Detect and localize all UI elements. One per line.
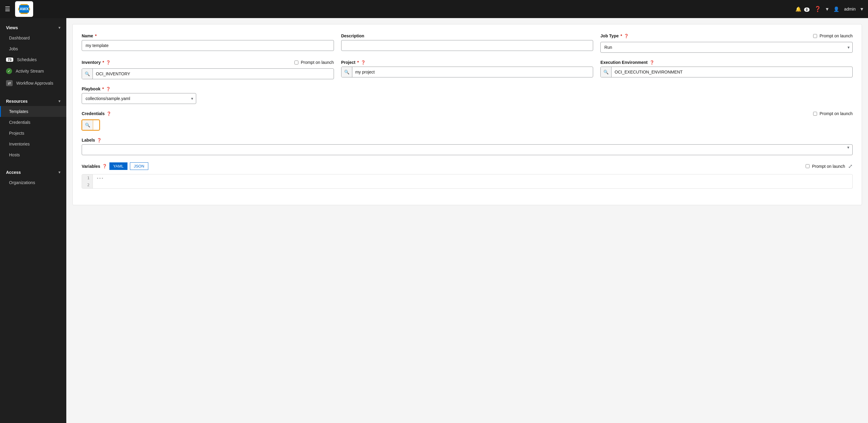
form-row-3: Playbook * ❓ collections/sample.yaml ▾	[82, 87, 852, 104]
credentials-search-wrapper: 🔍	[82, 120, 100, 130]
project-search-button[interactable]: 🔍	[341, 67, 352, 77]
playbook-help-icon[interactable]: ❓	[106, 87, 111, 91]
admin-username: admin	[844, 7, 856, 11]
playbook-required: *	[102, 87, 104, 91]
variables-left: Variables ❓ YAML JSON	[82, 162, 148, 170]
inventory-prompt-label: Prompt on launch	[301, 60, 334, 65]
sidebar-item-projects[interactable]: Projects	[0, 128, 66, 139]
bell-icon: 🔔	[795, 7, 801, 12]
sidebar-item-schedules[interactable]: 73 Schedules	[0, 54, 66, 65]
user-icon: 👤	[833, 6, 839, 12]
sidebar-resources-header[interactable]: Resources ▾	[0, 96, 66, 106]
notification-count: 0	[804, 7, 809, 12]
hamburger-menu[interactable]: ☰	[5, 5, 10, 13]
organizations-label: Organizations	[9, 180, 35, 185]
sidebar-resources-section: Resources ▾ Templates Credentials Projec…	[0, 92, 66, 163]
main-layout: Views ▾ Dashboard Jobs 73 Schedules ✓ Ac…	[0, 18, 868, 423]
project-required: *	[357, 60, 359, 65]
sidebar-resources-label: Resources	[6, 99, 28, 104]
help-dropdown-icon[interactable]: ▾	[826, 6, 829, 12]
playbook-select-wrapper: collections/sample.yaml ▾	[82, 93, 196, 104]
playbook-field: Playbook * ❓ collections/sample.yaml ▾	[82, 87, 196, 104]
sidebar-item-hosts[interactable]: Hosts	[0, 150, 66, 160]
sidebar-item-activity-stream[interactable]: ✓ Activity Stream	[0, 65, 66, 77]
notification-bell[interactable]: 🔔 0	[795, 6, 809, 12]
inventory-search-button[interactable]: 🔍	[82, 69, 93, 79]
activity-stream-badge: ✓	[6, 68, 12, 74]
playbook-select[interactable]: collections/sample.yaml	[82, 93, 196, 104]
sidebar-access-header[interactable]: Access ▾	[0, 167, 66, 177]
credentials-header: Credentials ❓ Prompt on launch	[82, 111, 852, 116]
exec-env-search-wrapper: 🔍 OCI_EXECUTION_ENVIRONMENT	[600, 67, 852, 77]
description-input[interactable]	[341, 40, 593, 51]
hosts-label: Hosts	[9, 153, 20, 157]
help-icon[interactable]: ❓	[814, 6, 821, 12]
code-line-2: 2	[82, 182, 852, 188]
variables-prompt: Prompt on launch	[806, 164, 845, 169]
sidebar: Views ▾ Dashboard Jobs 73 Schedules ✓ Ac…	[0, 18, 66, 423]
inventory-help-icon[interactable]: ❓	[106, 60, 111, 65]
expand-editor-button[interactable]: ⤢	[848, 163, 852, 170]
workflow-approvals-label: Workflow Approvals	[16, 81, 53, 86]
variables-field: Variables ❓ YAML JSON Prompt on launch	[82, 162, 852, 189]
inventory-search-wrapper: 🔍 OCI_INVENTORY	[82, 68, 334, 79]
credentials-help-icon[interactable]: ❓	[106, 111, 111, 116]
line-content-1: ---	[93, 174, 107, 182]
labels-label: Labels ❓	[82, 138, 852, 142]
credentials-prompt: Prompt on launch	[813, 111, 852, 116]
variables-prompt-checkbox[interactable]	[806, 164, 809, 168]
project-label: Project * ❓	[341, 60, 593, 65]
exec-env-search-button[interactable]: 🔍	[601, 67, 612, 77]
sidebar-item-dashboard[interactable]: Dashboard	[0, 33, 66, 43]
sidebar-access-section: Access ▾ Organizations	[0, 163, 66, 190]
credentials-label: Credentials	[9, 120, 30, 125]
variables-right: Prompt on launch ⤢	[806, 163, 852, 170]
inventory-header: Inventory * ❓ Prompt on launch	[82, 60, 334, 65]
sidebar-item-jobs[interactable]: Jobs	[0, 43, 66, 54]
sidebar-item-templates[interactable]: Templates	[0, 106, 66, 117]
name-input[interactable]	[82, 40, 334, 51]
labels-chevron-icon: ▾	[847, 145, 849, 150]
sidebar-item-inventories[interactable]: Inventories	[0, 139, 66, 150]
inventories-label: Inventories	[9, 141, 30, 147]
labels-input-wrapper[interactable]: ▾	[82, 144, 852, 155]
credentials-label: Credentials ❓	[82, 111, 111, 116]
inventory-required: *	[102, 60, 104, 65]
labels-help-icon[interactable]: ❓	[97, 138, 101, 142]
line-num-2: 2	[82, 182, 93, 188]
sidebar-item-organizations[interactable]: Organizations	[0, 177, 66, 188]
name-field: Name *	[82, 33, 334, 53]
name-label: Name *	[82, 33, 334, 38]
job-type-prompt-checkbox[interactable]	[813, 34, 817, 38]
variables-editor[interactable]: 1 --- 2	[82, 174, 852, 189]
sidebar-views-header[interactable]: Views ▾	[0, 23, 66, 33]
activity-stream-label: Activity Stream	[16, 69, 44, 73]
job-type-prompt: Prompt on launch	[813, 33, 852, 38]
yaml-tab-button[interactable]: YAML	[110, 162, 127, 170]
variables-help-icon[interactable]: ❓	[102, 164, 107, 168]
job-type-select[interactable]: Run Check Scan	[600, 42, 852, 53]
workflow-badge: ⇄	[6, 80, 13, 86]
form-row-5: Labels ❓ ▾	[82, 138, 852, 155]
projects-label: Projects	[9, 131, 24, 136]
dashboard-label: Dashboard	[9, 36, 30, 40]
inventory-prompt-checkbox[interactable]	[294, 61, 299, 64]
labels-field: Labels ❓ ▾	[82, 138, 852, 155]
credentials-search-button[interactable]: 🔍	[82, 120, 93, 130]
job-type-help-icon[interactable]: ❓	[624, 34, 629, 38]
credentials-prompt-checkbox[interactable]	[813, 112, 817, 116]
form-row-4: Credentials ❓ Prompt on launch 🔍	[82, 111, 852, 130]
line-num-1: 1	[82, 174, 93, 182]
admin-dropdown-icon[interactable]: ▾	[861, 6, 863, 12]
credentials-prompt-label: Prompt on launch	[819, 111, 852, 116]
sidebar-item-credentials[interactable]: Credentials	[0, 117, 66, 128]
job-template-form: Name * Description Job Type	[72, 24, 862, 205]
templates-label: Templates	[9, 109, 28, 114]
nav-left: ☰ AWX	[5, 1, 33, 17]
exec-env-help-icon[interactable]: ❓	[650, 60, 654, 65]
line-content-2	[93, 184, 100, 186]
sidebar-item-workflow-approvals[interactable]: ⇄ Workflow Approvals	[0, 77, 66, 89]
form-row-6: Variables ❓ YAML JSON Prompt on launch	[82, 162, 852, 189]
project-help-icon[interactable]: ❓	[361, 60, 366, 65]
json-tab-button[interactable]: JSON	[130, 162, 148, 170]
